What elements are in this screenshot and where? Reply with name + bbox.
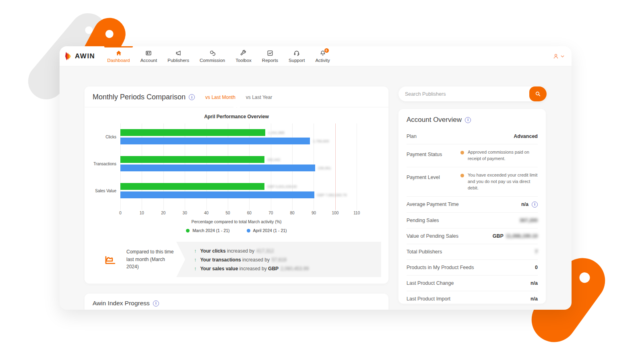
tab-vs-last-month[interactable]: vs Last Month (205, 95, 235, 100)
coins-icon (209, 50, 216, 56)
summary-items: ↑ Your clicks increased by 417,312 ↑ You… (185, 242, 381, 277)
row-payment-level: Payment Level You have exceeded your cre… (407, 167, 538, 196)
summary-item-sales-value: ↑ Your sales value increased by GBP 2,06… (194, 265, 381, 272)
summary-text: increased by (227, 248, 254, 254)
summary-value: 57,619 (272, 257, 287, 263)
nav-item-publishers[interactable]: Publishers (164, 46, 192, 66)
category-label: Sales Value (93, 183, 120, 198)
nav-label: Publishers (167, 58, 189, 63)
panel-title: Account Overview (407, 116, 462, 124)
x-tick-label: 50 (225, 211, 230, 215)
bar-april-sales-value (120, 191, 314, 198)
user-menu[interactable] (553, 46, 564, 66)
monthly-periods-comparison-panel: Monthly Periods Comparison i vs Last Mon… (85, 86, 388, 284)
summary-metric: Your clicks (200, 248, 226, 254)
nav-item-reports[interactable]: Reports (259, 46, 281, 66)
nav-label: Dashboard (107, 58, 130, 63)
nav-item-account[interactable]: Account (137, 46, 161, 66)
megaphone-icon (175, 50, 182, 56)
summary-value: 417,312 (256, 248, 274, 254)
x-tick-label: 90 (312, 211, 316, 215)
x-tick-label: 70 (268, 211, 273, 215)
row-payment-status: Payment Status Approved commissions paid… (407, 144, 538, 167)
awin-flame-icon (64, 51, 74, 62)
summary-metric: Your sales value (200, 266, 238, 272)
account-overview-panel: Account Overview i Plan Advanced Payment… (398, 109, 546, 304)
x-tick-label: 20 (161, 211, 165, 215)
brand-name: AWIN (75, 52, 95, 60)
bar-group-transactions: 162,442 235,061 (120, 156, 380, 171)
person-icon (553, 53, 559, 60)
arrow-up-icon: ↑ (194, 257, 197, 263)
tab-vs-last-year[interactable]: vs Last Year (246, 95, 272, 100)
bar-april-transactions (120, 165, 315, 171)
row-products-in-feeds: Products in My Product Feeds 0 (407, 259, 538, 275)
awin-logo[interactable]: AWIN (64, 46, 104, 66)
bar-value-label: 1,341,988 (268, 131, 284, 135)
nav-item-activity[interactable]: 0 Activity (312, 46, 333, 66)
legend-item-march: March 2024 (1 - 21) (186, 228, 229, 233)
nav-label: Account (140, 58, 157, 63)
app-window: AWIN Dashboard Account (60, 46, 572, 310)
bar-march-clicks (120, 129, 265, 136)
comparison-header: Monthly Periods Comparison i vs Last Mon… (85, 86, 388, 107)
nav-label: Reports (262, 58, 278, 63)
search-button[interactable] (529, 86, 547, 101)
comparison-tabs: vs Last Month vs Last Year (205, 95, 272, 100)
summary-item-transactions: ↑ Your transactions increased by 57,619 (194, 257, 381, 263)
nav-label: Support (289, 58, 305, 63)
activity-badge: 0 (324, 48, 329, 53)
bar-march-transactions (120, 156, 264, 163)
bar-chart: Clicks Transactions Sales Value 1,341,98… (93, 123, 380, 210)
chart-legend: March 2024 (1 - 21) April 2024 (1 - 21) (85, 228, 388, 233)
bar-value-label: 1,766,600 (313, 139, 329, 143)
panel-title: Monthly Periods Comparison (93, 93, 186, 101)
summary-caption-block: Compared to this time last month (March … (92, 242, 185, 277)
nav-item-dashboard[interactable]: Dashboard (104, 46, 133, 66)
x-tick-label: 30 (183, 211, 187, 215)
x-tick-label: 40 (204, 211, 208, 215)
bar-value-label: 162,442 (267, 158, 281, 162)
nav-item-commission[interactable]: Commission (196, 46, 228, 66)
bar-value-label: GBP 7,892,093.79 (317, 193, 347, 197)
bar-march-sales-value (120, 183, 264, 190)
bar-value-label: GBP 5,831,639.80 (267, 185, 297, 189)
info-icon[interactable]: i (532, 202, 538, 208)
x-tick-label: 80 (290, 211, 295, 215)
summary-value: 2,060,453.99 (281, 266, 309, 272)
chart-categories: Clicks Transactions Sales Value (93, 123, 120, 210)
chevron-down-icon (561, 55, 564, 58)
top-navigation-bar: AWIN Dashboard Account (60, 46, 572, 66)
summary-metric: Your transactions (200, 257, 241, 263)
legend-label: April 2024 (1 - 21) (253, 228, 287, 233)
info-icon[interactable]: i (465, 117, 471, 123)
summary-caption: Compared to this time last month (March … (126, 248, 174, 271)
info-icon[interactable]: i (189, 94, 195, 100)
wrench-icon (240, 50, 247, 56)
x-tick-label: 0 (119, 211, 122, 215)
area-chart-icon (103, 252, 118, 267)
summary-unit: GBP (268, 266, 279, 272)
id-card-icon (145, 50, 152, 56)
nav-label: Toolbox (235, 58, 252, 63)
x-tick-label: 10 (140, 211, 144, 215)
legend-dot-green (186, 229, 190, 232)
bar-group-sales-value: GBP 5,831,639.80 GBP 7,892,093.79 (120, 183, 380, 198)
home-icon (116, 50, 122, 56)
summary-text: increased by (239, 266, 267, 272)
line-chart-icon (267, 50, 273, 56)
legend-label: March 2024 (1 - 21) (192, 228, 229, 233)
bell-icon: 0 (320, 50, 326, 56)
search-input[interactable] (398, 86, 529, 101)
row-pending-sales: Pending Sales 367,200 (407, 212, 538, 228)
summary-text: increased by (242, 257, 270, 263)
nav-item-support[interactable]: Support (285, 46, 308, 66)
chevron-down-icon (233, 106, 240, 109)
nav-item-toolbox[interactable]: Toolbox (232, 46, 255, 66)
x-axis-ticks: 0102030405060708090100110 (120, 211, 380, 216)
info-icon[interactable]: i (153, 300, 159, 306)
legend-item-april: April 2024 (1 - 21) (247, 228, 287, 233)
nav-label: Commission (200, 58, 225, 63)
bar-value-label: 235,061 (318, 166, 331, 170)
bar-april-clicks (120, 138, 310, 144)
